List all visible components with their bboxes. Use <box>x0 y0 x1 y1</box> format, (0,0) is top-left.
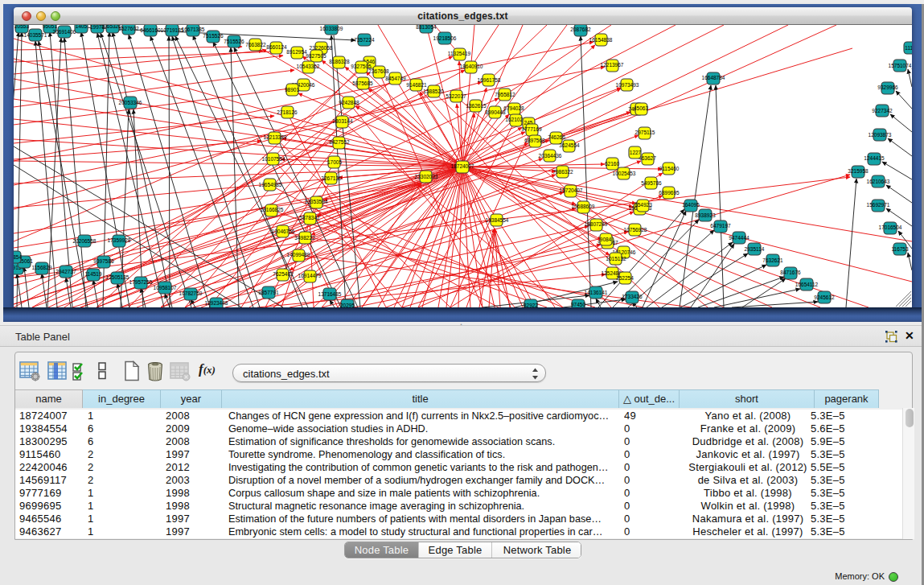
svg-text:116753: 116753 <box>891 246 909 252</box>
svg-text:9777169: 9777169 <box>521 126 542 132</box>
svg-text:20053346: 20053346 <box>119 100 142 105</box>
svg-text:1362615: 1362615 <box>466 103 487 109</box>
svg-text:9146821: 9146821 <box>406 82 427 88</box>
svg-text:13716485: 13716485 <box>318 291 342 297</box>
svg-text:8454749: 8454749 <box>385 76 406 81</box>
svg-text:98901: 98901 <box>285 87 299 93</box>
svg-text:19654985: 19654985 <box>259 182 282 187</box>
svg-text:5495786: 5495786 <box>641 180 662 186</box>
svg-text:8990448: 8990448 <box>485 109 506 115</box>
svg-text:7632621: 7632621 <box>762 257 783 263</box>
svg-text:8186328: 8186328 <box>329 59 350 64</box>
svg-text:252254: 252254 <box>616 275 634 281</box>
svg-text:1156829: 1156829 <box>32 265 52 270</box>
svg-text:45063: 45063 <box>634 105 648 111</box>
svg-text:9474444: 9474444 <box>729 235 749 241</box>
svg-text:5875685: 5875685 <box>352 80 373 86</box>
svg-text:10654112: 10654112 <box>795 282 819 287</box>
svg-text:19218506: 19218506 <box>433 35 457 41</box>
svg-text:20206558: 20206558 <box>73 238 97 244</box>
svg-text:23302033: 23302033 <box>415 174 438 179</box>
svg-text:16782759: 16782759 <box>179 290 203 296</box>
svg-text:7515526: 7515526 <box>224 39 244 44</box>
svg-text:9245612: 9245612 <box>814 295 835 300</box>
svg-text:8912954: 8912954 <box>286 49 307 55</box>
svg-text:20553: 20553 <box>14 25 29 29</box>
svg-text:17359928: 17359928 <box>108 237 131 243</box>
svg-text:12213389: 12213389 <box>264 134 287 140</box>
svg-text:2975115: 2975115 <box>635 130 655 135</box>
svg-text:14099489: 14099489 <box>287 252 310 257</box>
svg-text:12213967: 12213967 <box>601 62 624 68</box>
svg-text:62160: 62160 <box>605 161 619 167</box>
svg-text:1588520: 1588520 <box>423 89 444 94</box>
svg-text:7955812: 7955812 <box>495 92 515 97</box>
svg-text:20691406: 20691406 <box>53 29 76 35</box>
svg-text:8471676: 8471676 <box>780 270 801 275</box>
svg-text:12923448: 12923448 <box>205 300 228 306</box>
svg-text:18640910: 18640910 <box>460 64 483 69</box>
svg-text:10973493: 10973493 <box>616 82 639 88</box>
svg-text:20364436: 20364436 <box>539 153 562 159</box>
svg-text:8813054: 8813054 <box>416 25 437 30</box>
svg-text:16914479: 16914479 <box>298 273 322 278</box>
svg-text:9115460: 9115460 <box>659 166 680 171</box>
svg-text:746266: 746266 <box>548 134 565 140</box>
svg-text:19384554: 19384554 <box>486 217 509 223</box>
svg-text:9242848: 9242848 <box>339 100 359 105</box>
svg-text:10756928: 10756928 <box>624 227 647 233</box>
svg-text:16033809: 16033809 <box>320 26 343 31</box>
svg-text:2935114: 2935114 <box>745 246 765 252</box>
svg-text:1405: 1405 <box>76 25 88 29</box>
svg-text:6897568: 6897568 <box>524 138 545 143</box>
svg-text:3624554: 3624554 <box>559 142 580 148</box>
svg-text:9227342: 9227342 <box>872 108 893 113</box>
svg-text:10046756: 10046756 <box>272 229 295 234</box>
svg-text:10958107: 10958107 <box>154 285 177 290</box>
svg-text:7663822: 7663822 <box>245 42 266 47</box>
svg-text:3267130: 3267130 <box>321 175 342 181</box>
svg-text:1015132: 1015132 <box>606 256 626 262</box>
svg-text:5322037: 5322037 <box>446 93 466 99</box>
svg-text:7625402: 7625402 <box>273 271 294 277</box>
svg-text:14035571: 14035571 <box>24 32 47 38</box>
svg-text:16648784: 16648784 <box>702 75 725 80</box>
svg-text:2367608: 2367608 <box>368 68 389 74</box>
svg-text:2942737: 2942737 <box>55 269 76 274</box>
svg-text:1527602: 1527602 <box>118 26 139 31</box>
svg-text:1733426: 1733426 <box>622 294 643 299</box>
svg-text:114519: 114519 <box>84 271 102 277</box>
svg-text:654923: 654923 <box>634 202 652 208</box>
svg-text:97450: 97450 <box>571 302 585 307</box>
svg-text:17005: 17005 <box>327 159 342 165</box>
svg-text:7515526: 7515526 <box>203 33 224 39</box>
svg-text:10854: 10854 <box>14 254 22 260</box>
svg-text:2718126: 2718126 <box>277 109 298 115</box>
svg-text:18724007: 18724007 <box>451 163 474 169</box>
svg-text:8427552: 8427552 <box>329 139 350 145</box>
svg-text:15720407: 15720407 <box>560 187 583 193</box>
svg-text:463627: 463627 <box>639 155 656 161</box>
svg-text:6466160: 6466160 <box>140 27 161 33</box>
svg-text:1244415: 1244415 <box>864 155 885 161</box>
svg-text:8938923: 8938923 <box>695 212 716 218</box>
svg-text:7357224: 7357224 <box>354 37 375 43</box>
svg-text:10025453: 10025453 <box>613 171 636 176</box>
svg-text:10688609: 10688609 <box>572 204 595 209</box>
svg-text:6794028: 6794028 <box>503 105 524 111</box>
svg-text:16154838: 16154838 <box>589 37 613 43</box>
svg-text:9827505: 9827505 <box>306 53 326 59</box>
svg-text:2087682: 2087682 <box>570 27 591 32</box>
svg-text:16671385: 16671385 <box>182 27 205 32</box>
svg-text:10543362: 10543362 <box>297 64 320 69</box>
svg-text:3498222: 3498222 <box>294 235 315 241</box>
svg-text:16961758: 16961758 <box>478 77 501 83</box>
svg-text:12505135: 12505135 <box>106 274 129 280</box>
svg-text:3215958: 3215958 <box>848 168 869 174</box>
svg-text:12093873: 12093873 <box>869 132 892 138</box>
svg-text:6899695: 6899695 <box>659 190 680 196</box>
svg-text:10719185: 10719185 <box>161 27 184 33</box>
svg-text:8660124: 8660124 <box>266 44 287 50</box>
svg-text:6479197: 6479197 <box>710 223 731 229</box>
svg-text:9329966: 9329966 <box>877 84 898 90</box>
